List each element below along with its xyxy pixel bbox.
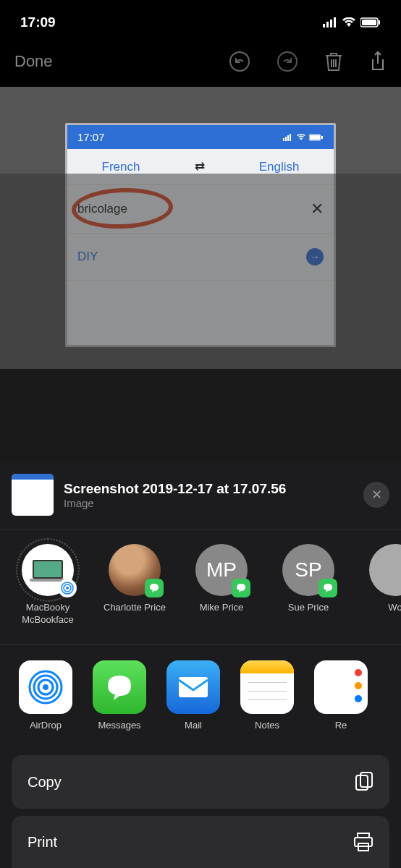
redo-icon[interactable] <box>277 51 298 72</box>
avatar <box>22 544 74 596</box>
share-header: Screenshot 2019-12-17 at 17.07.56 Image … <box>0 461 401 529</box>
app-label: Mail <box>185 720 202 731</box>
contact-airdrop-device[interactable]: MacBooky McBookface <box>12 544 84 626</box>
app-airdrop[interactable]: AirDrop <box>19 660 72 731</box>
screenshot-preview-area: 17:07 French ⇄ English bricolage ✕ DIY →… <box>0 87 401 369</box>
preview-status-bar: 17:07 <box>67 125 334 149</box>
avatar <box>109 544 161 596</box>
avatar <box>369 544 401 596</box>
signal-icon <box>323 17 337 27</box>
lang-to: English <box>259 160 300 174</box>
app-mail[interactable]: Mail <box>166 660 220 731</box>
svg-rect-31 <box>355 838 372 846</box>
preview-status-icons <box>283 131 324 143</box>
app-messages[interactable]: Messages <box>93 660 146 731</box>
share-title: Screenshot 2019-12-17 at 17.07.56 <box>64 481 353 497</box>
airdrop-badge-icon <box>58 579 77 597</box>
print-icon <box>353 832 373 852</box>
notes-app-icon <box>240 660 294 714</box>
done-button[interactable]: Done <box>14 52 229 71</box>
copy-action[interactable]: Copy <box>12 755 389 809</box>
status-icons <box>323 17 381 27</box>
messages-badge-icon <box>232 579 250 597</box>
swap-icon: ⇄ <box>195 159 205 174</box>
svg-rect-2 <box>330 20 332 27</box>
contact-name: Charlotte Price <box>104 602 166 614</box>
messages-badge-icon <box>145 579 164 597</box>
reminders-app-icon <box>314 660 368 714</box>
avatar: SP <box>282 544 334 596</box>
contact-charlotte[interactable]: Charlotte Price <box>98 544 171 626</box>
svg-rect-16 <box>33 560 63 579</box>
app-notes[interactable]: Notes <box>240 660 294 731</box>
undo-icon[interactable] <box>229 51 250 72</box>
action-list: Copy Print <box>0 746 401 868</box>
app-label: AirDrop <box>30 720 62 731</box>
svg-rect-11 <box>287 135 289 141</box>
wifi-icon <box>342 17 356 27</box>
app-label: Notes <box>255 720 279 731</box>
app-label: Re <box>335 720 347 731</box>
initials: MP <box>206 558 237 582</box>
contact-mike[interactable]: MP Mike Price <box>185 544 258 626</box>
svg-rect-18 <box>34 561 62 577</box>
dim-overlay <box>0 174 401 485</box>
svg-rect-27 <box>179 677 208 697</box>
app-label: Messages <box>98 720 140 731</box>
messages-badge-icon <box>318 579 337 597</box>
share-icon[interactable] <box>369 51 387 72</box>
contact-name: Sue Price <box>288 602 329 614</box>
copy-icon <box>355 771 373 793</box>
svg-rect-6 <box>379 20 380 25</box>
svg-rect-14 <box>310 135 320 140</box>
airdrop-contacts-row[interactable]: MacBooky McBookface Charlotte Price MP M… <box>0 529 401 644</box>
contact-sue[interactable]: SP Sue Price <box>272 544 345 626</box>
preview-time: 17:07 <box>77 131 105 143</box>
contact-name: Mike Price <box>200 602 244 614</box>
print-action[interactable]: Print <box>12 816 389 868</box>
editor-toolbar: Done <box>0 36 401 87</box>
svg-rect-9 <box>283 138 284 141</box>
svg-rect-5 <box>362 20 376 25</box>
apps-row[interactable]: AirDrop Messages Mail Notes <box>0 644 401 746</box>
svg-point-20 <box>66 587 69 590</box>
svg-rect-3 <box>334 17 336 27</box>
svg-rect-17 <box>34 561 62 577</box>
battery-icon <box>360 17 381 27</box>
svg-rect-0 <box>323 24 325 27</box>
contact-name: MacBooky McBookface <box>12 602 84 626</box>
status-time: 17:09 <box>20 14 56 30</box>
app-reminders[interactable]: Re <box>314 660 368 731</box>
svg-rect-1 <box>326 22 329 27</box>
action-label: Print <box>28 834 57 851</box>
share-thumbnail <box>12 474 54 516</box>
lang-from: French <box>102 160 140 174</box>
share-sheet: Screenshot 2019-12-17 at 17.07.56 Image … <box>0 461 401 868</box>
contact-more[interactable]: Wo <box>359 544 401 626</box>
svg-point-23 <box>43 684 48 690</box>
contact-name: Wo <box>388 602 401 614</box>
messages-app-icon <box>93 660 146 714</box>
trash-icon[interactable] <box>324 51 343 72</box>
status-bar: 17:09 <box>0 0 401 36</box>
close-button[interactable]: ✕ <box>363 482 389 508</box>
action-label: Copy <box>28 774 62 791</box>
initials: SP <box>295 558 321 582</box>
airdrop-app-icon <box>19 660 72 714</box>
avatar: MP <box>195 544 248 596</box>
svg-rect-10 <box>285 137 287 141</box>
svg-rect-12 <box>290 134 291 141</box>
svg-rect-15 <box>321 136 323 139</box>
mail-app-icon <box>166 660 220 714</box>
share-subtitle: Image <box>64 497 353 509</box>
